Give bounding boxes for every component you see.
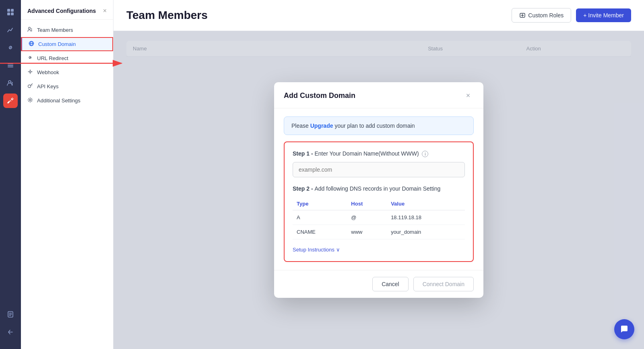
sidebar-item-additional-settings-label: Additional Settings	[37, 98, 80, 104]
dns-type-cname: CNAME	[293, 225, 347, 239]
domain-name-input[interactable]	[293, 162, 465, 177]
dns-col-value: Value	[387, 197, 465, 210]
nav-icon-docs[interactable]	[3, 307, 18, 322]
nav-icon-tools[interactable]	[3, 93, 18, 108]
chat-button[interactable]	[614, 319, 634, 339]
sidebar-item-custom-domain-label: Custom Domain	[38, 41, 76, 47]
sidebar-item-team-members[interactable]: Team Members	[21, 23, 113, 37]
chat-icon	[620, 325, 629, 334]
modal-close-button[interactable]: ×	[462, 90, 474, 102]
modal-header: Add Custom Domain ×	[274, 82, 483, 108]
sidebar-item-webhook-label: Webhook	[37, 69, 59, 75]
info-icon[interactable]: i	[422, 151, 428, 157]
api-keys-icon	[27, 83, 33, 90]
sidebar-close-button[interactable]: ×	[103, 7, 107, 15]
header-actions: Custom Roles + Invite Member	[512, 8, 631, 23]
modal-title: Add Custom Domain	[284, 91, 355, 100]
modal-overlay: Add Custom Domain × Please Upgrade your …	[114, 31, 644, 349]
svg-rect-2	[7, 12, 10, 15]
team-members-icon	[27, 27, 33, 33]
main-header: Team Members Custom Roles + Invite Membe…	[114, 0, 644, 31]
additional-settings-icon	[27, 97, 33, 104]
sidebar-menu: Team Members Custom Domain URL Redirect	[21, 20, 113, 111]
steps-container: Step 1 - Enter Your Domain Name(Without …	[284, 141, 474, 262]
sidebar-item-url-redirect[interactable]: URL Redirect	[21, 51, 113, 65]
nav-icon-back[interactable]	[3, 325, 18, 339]
svg-point-14	[29, 71, 31, 73]
chevron-down-icon: ∨	[336, 247, 340, 253]
dns-table: Type Host Value A @ 18.119.18.18	[293, 197, 465, 239]
nav-icon-grid[interactable]	[3, 5, 18, 19]
svg-point-7	[8, 81, 11, 83]
sidebar: Advanced Configurations × Team Members	[21, 0, 114, 349]
main-body: Name Status Action	[114, 31, 644, 349]
sidebar-item-custom-domain[interactable]: Custom Domain	[21, 37, 113, 51]
dns-value-cname: your_domain	[387, 225, 465, 239]
nav-bar	[0, 0, 21, 349]
connect-domain-button[interactable]: Connect Domain	[413, 277, 474, 291]
upgrade-suffix: your plan to add custom domain	[333, 123, 415, 129]
custom-roles-icon	[519, 12, 526, 19]
sidebar-item-team-members-label: Team Members	[37, 27, 73, 33]
svg-rect-4	[8, 63, 13, 64]
upgrade-prefix: Please	[291, 123, 310, 129]
nav-icon-list[interactable]	[3, 58, 18, 73]
sidebar-item-api-keys-label: API Keys	[37, 83, 58, 89]
sidebar-header: Advanced Configurations ×	[21, 0, 113, 20]
dns-col-host: Host	[347, 197, 387, 210]
custom-domain-icon	[29, 41, 34, 48]
svg-rect-6	[8, 66, 13, 67]
nav-icon-link[interactable]	[3, 40, 18, 55]
step2-label: Step 2 - Add following DNS records in yo…	[293, 185, 465, 192]
sidebar-item-url-redirect-label: URL Redirect	[37, 55, 68, 61]
nav-bottom	[3, 307, 18, 344]
dns-host-cname: www	[347, 225, 387, 239]
url-redirect-icon	[27, 55, 33, 62]
sidebar-item-webhook[interactable]: Webhook	[21, 65, 113, 79]
custom-roles-button[interactable]: Custom Roles	[512, 8, 571, 23]
sidebar-item-api-keys[interactable]: API Keys	[21, 79, 113, 93]
page-title: Team Members	[126, 9, 208, 22]
dns-row-a: A @ 18.119.18.18	[293, 210, 465, 225]
step1-label: Step 1 - Enter Your Domain Name(Without …	[293, 150, 465, 157]
svg-point-16	[29, 99, 31, 101]
dns-col-type: Type	[293, 197, 347, 210]
svg-point-8	[8, 102, 9, 103]
dns-row-cname: CNAME www your_domain	[293, 225, 465, 239]
modal-body: Please Upgrade your plan to add custom d…	[274, 108, 483, 270]
upgrade-banner: Please Upgrade your plan to add custom d…	[284, 116, 474, 135]
svg-point-15	[28, 85, 31, 88]
webhook-icon	[27, 69, 33, 76]
sidebar-item-additional-settings[interactable]: Additional Settings	[21, 93, 113, 108]
svg-rect-5	[8, 65, 13, 66]
cancel-button[interactable]: Cancel	[372, 277, 409, 291]
setup-instructions-link[interactable]: Setup Instructions ∨	[293, 247, 340, 253]
svg-point-10	[29, 27, 31, 29]
upgrade-link[interactable]: Upgrade	[310, 123, 333, 129]
nav-icon-users[interactable]	[3, 76, 18, 90]
invite-member-button[interactable]: + Invite Member	[576, 8, 631, 22]
dns-type-a: A	[293, 210, 347, 225]
nav-icon-analytics[interactable]	[3, 23, 18, 37]
main-content: Team Members Custom Roles + Invite Membe…	[114, 0, 644, 349]
add-custom-domain-modal: Add Custom Domain × Please Upgrade your …	[274, 82, 483, 298]
svg-rect-1	[11, 9, 14, 12]
sidebar-title: Advanced Configurations	[27, 8, 96, 14]
dns-host-a: @	[347, 210, 387, 225]
dns-value-a: 18.119.18.18	[387, 210, 465, 225]
svg-rect-0	[7, 9, 10, 12]
modal-footer: Cancel Connect Domain	[274, 270, 483, 298]
svg-rect-3	[11, 12, 14, 15]
